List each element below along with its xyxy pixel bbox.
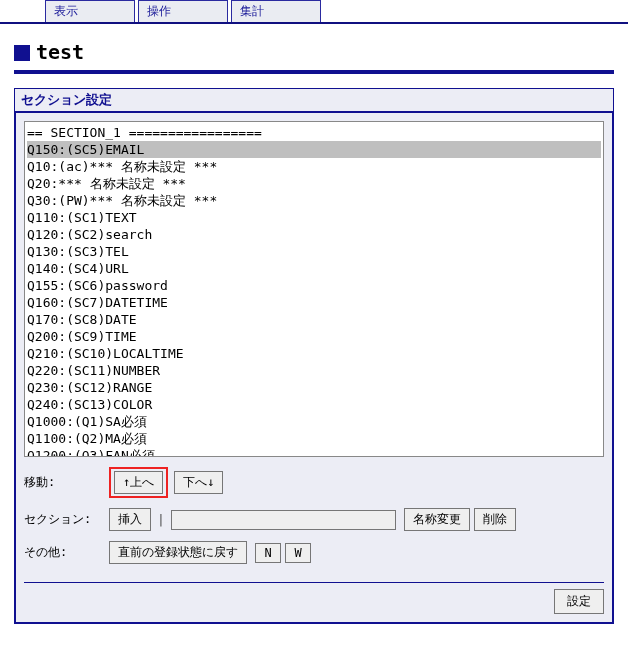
list-item[interactable]: Q1200:(Q3)FAN必須 bbox=[27, 447, 601, 457]
list-item[interactable]: Q30:(PW)*** 名称未設定 *** bbox=[27, 192, 601, 209]
page-title-row: test bbox=[0, 32, 628, 64]
list-item[interactable]: Q20:*** 名称未設定 *** bbox=[27, 175, 601, 192]
tab-display[interactable]: 表示 bbox=[45, 0, 135, 22]
list-item[interactable]: Q140:(SC4)URL bbox=[27, 260, 601, 277]
insert-button[interactable]: 挿入 bbox=[109, 508, 151, 531]
list-item[interactable]: Q240:(SC13)COLOR bbox=[27, 396, 601, 413]
tab-operations[interactable]: 操作 bbox=[138, 0, 228, 22]
section-listbox[interactable]: == SECTION_1 =================Q150:(SC5)… bbox=[24, 121, 604, 457]
revert-button[interactable]: 直前の登録状態に戻す bbox=[109, 541, 247, 564]
list-item[interactable]: Q220:(SC11)NUMBER bbox=[27, 362, 601, 379]
footer-bar: 設定 bbox=[24, 582, 604, 614]
delete-button[interactable]: 削除 bbox=[474, 508, 516, 531]
tab-underline bbox=[0, 22, 628, 24]
up-highlight: ↑上へ bbox=[109, 467, 168, 498]
title-square-icon bbox=[14, 45, 30, 61]
list-item[interactable]: Q160:(SC7)DATETIME bbox=[27, 294, 601, 311]
list-item[interactable]: Q150:(SC5)EMAIL bbox=[27, 141, 601, 158]
list-item[interactable]: Q1100:(Q2)MA必須 bbox=[27, 430, 601, 447]
list-item[interactable]: Q170:(SC8)DATE bbox=[27, 311, 601, 328]
list-item[interactable]: == SECTION_1 ================= bbox=[27, 124, 601, 141]
apply-button[interactable]: 設定 bbox=[554, 589, 604, 614]
section-header: セクション設定 bbox=[14, 88, 614, 111]
list-item[interactable]: Q110:(SC1)TEXT bbox=[27, 209, 601, 226]
n-button[interactable]: N bbox=[255, 543, 281, 563]
rename-button[interactable]: 名称変更 bbox=[404, 508, 470, 531]
list-item[interactable]: Q155:(SC6)password bbox=[27, 277, 601, 294]
title-underline bbox=[14, 70, 614, 74]
tab-aggregate[interactable]: 集計 bbox=[231, 0, 321, 22]
list-item[interactable]: Q130:(SC3)TEL bbox=[27, 243, 601, 260]
other-label: その他: bbox=[24, 544, 109, 561]
move-down-button[interactable]: 下へ↓ bbox=[174, 471, 223, 494]
list-item[interactable]: Q1000:(Q1)SA必須 bbox=[27, 413, 601, 430]
list-item[interactable]: Q120:(SC2)search bbox=[27, 226, 601, 243]
list-item[interactable]: Q10:(ac)*** 名称未設定 *** bbox=[27, 158, 601, 175]
section-row-label: セクション: bbox=[24, 511, 109, 528]
top-tabs: 表示 操作 集計 bbox=[45, 0, 628, 22]
section-name-input[interactable] bbox=[171, 510, 396, 530]
move-label: 移動: bbox=[24, 474, 109, 491]
list-item[interactable]: Q230:(SC12)RANGE bbox=[27, 379, 601, 396]
list-item[interactable]: Q210:(SC10)LOCALTIME bbox=[27, 345, 601, 362]
section-row: セクション: 挿入 | 名称変更 削除 bbox=[24, 508, 604, 531]
move-row: 移動: ↑上へ 下へ↓ bbox=[24, 467, 604, 498]
section-body: == SECTION_1 =================Q150:(SC5)… bbox=[14, 111, 614, 624]
move-up-button[interactable]: ↑上へ bbox=[114, 471, 163, 494]
pipe-separator: | bbox=[157, 512, 165, 527]
list-item[interactable]: Q200:(SC9)TIME bbox=[27, 328, 601, 345]
page-title: test bbox=[36, 40, 84, 64]
other-row: その他: 直前の登録状態に戻す N W bbox=[24, 541, 604, 564]
w-button[interactable]: W bbox=[285, 543, 311, 563]
